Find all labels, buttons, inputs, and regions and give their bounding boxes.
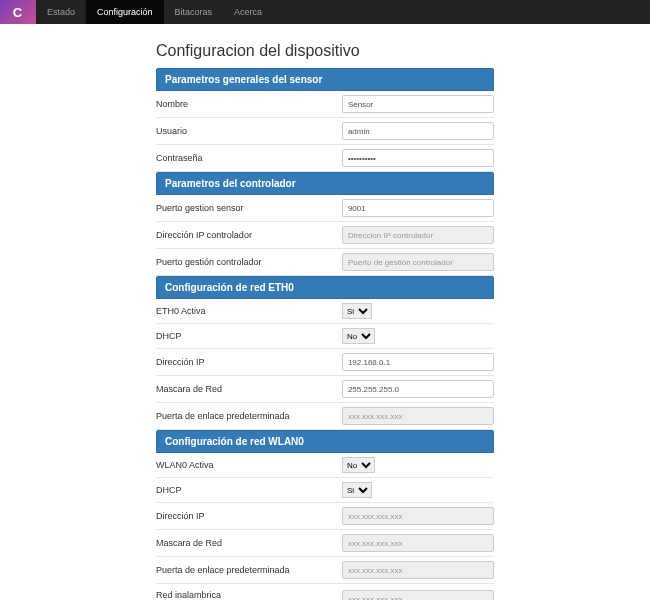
wlan0-gateway-input[interactable]: [342, 561, 494, 579]
eth0-activa-select[interactable]: Si: [342, 303, 372, 319]
section-controller-heading: Parametros del controlador: [156, 172, 494, 195]
section-general-heading: Parametros generales del sensor: [156, 68, 494, 91]
eth0-gateway-label: Puerta de enlace predeterminada: [156, 411, 342, 421]
puerto-controlador-label: Puerto gestión controlador: [156, 257, 342, 267]
eth0-mask-label: Mascara de Red: [156, 384, 342, 394]
field-nombre: Nombre: [156, 91, 494, 118]
field-wlan0-mask: Mascara de Red: [156, 530, 494, 557]
nav-item-configuracion[interactable]: Configuración: [86, 0, 164, 24]
puerto-controlador-input[interactable]: [342, 253, 494, 271]
wlan0-mask-input[interactable]: [342, 534, 494, 552]
eth0-activa-label: ETH0 Activa: [156, 306, 342, 316]
nav-item-bitacoras[interactable]: Bitacoras: [164, 0, 224, 24]
eth0-gateway-input[interactable]: [342, 407, 494, 425]
wlan0-ssid-input[interactable]: [342, 590, 494, 600]
wlan0-dhcp-select[interactable]: Si: [342, 482, 372, 498]
wlan0-gateway-label: Puerta de enlace predeterminada: [156, 565, 342, 575]
main-container: Configuracion del dispositivo Parametros…: [156, 42, 494, 600]
logo-icon: C: [0, 0, 36, 24]
field-wlan0-ip: Dirección IP: [156, 503, 494, 530]
eth0-dhcp-label: DHCP: [156, 331, 342, 341]
eth0-mask-input[interactable]: [342, 380, 494, 398]
wlan0-ip-input[interactable]: [342, 507, 494, 525]
field-usuario: Usuario: [156, 118, 494, 145]
page-title: Configuracion del dispositivo: [156, 42, 494, 60]
navbar: C Estado Configuración Bitacoras Acerca: [0, 0, 650, 24]
puerto-sensor-label: Puerto gestion sensor: [156, 203, 342, 213]
wlan0-ssid-label: Red inalambrica: [156, 590, 342, 600]
field-eth0-gateway: Puerta de enlace predeterminada: [156, 403, 494, 430]
eth0-ip-label: Dirección IP: [156, 357, 342, 367]
field-contrasena: Contraseña: [156, 145, 494, 172]
contrasena-input[interactable]: [342, 149, 494, 167]
wlan0-ip-label: Dirección IP: [156, 511, 342, 521]
field-eth0-ip: Dirección IP: [156, 349, 494, 376]
field-puerto-controlador: Puerto gestión controlador: [156, 249, 494, 276]
field-puerto-sensor: Puerto gestion sensor: [156, 195, 494, 222]
eth0-dhcp-select[interactable]: No: [342, 328, 375, 344]
usuario-label: Usuario: [156, 126, 342, 136]
field-eth0-activa: ETH0 Activa Si: [156, 299, 494, 324]
field-eth0-mask: Mascara de Red: [156, 376, 494, 403]
ip-controlador-input[interactable]: [342, 226, 494, 244]
nav-item-acerca[interactable]: Acerca: [223, 0, 273, 24]
usuario-input[interactable]: [342, 122, 494, 140]
field-eth0-dhcp: DHCP No: [156, 324, 494, 349]
field-wlan0-activa: WLAN0 Activa No: [156, 453, 494, 478]
nav-item-estado[interactable]: Estado: [36, 0, 86, 24]
contrasena-label: Contraseña: [156, 153, 342, 163]
logo-letter: C: [13, 5, 22, 20]
nav-items: Estado Configuración Bitacoras Acerca: [36, 0, 273, 24]
field-ip-controlador: Dirección IP controlador: [156, 222, 494, 249]
ip-controlador-label: Dirección IP controlador: [156, 230, 342, 240]
section-eth0-heading: Configuración de red ETH0: [156, 276, 494, 299]
wlan0-dhcp-label: DHCP: [156, 485, 342, 495]
puerto-sensor-input[interactable]: [342, 199, 494, 217]
nombre-input[interactable]: [342, 95, 494, 113]
wlan0-mask-label: Mascara de Red: [156, 538, 342, 548]
wlan0-activa-label: WLAN0 Activa: [156, 460, 342, 470]
nombre-label: Nombre: [156, 99, 342, 109]
eth0-ip-input[interactable]: [342, 353, 494, 371]
field-wlan0-gateway: Puerta de enlace predeterminada: [156, 557, 494, 584]
section-wlan0-heading: Configuración de red WLAN0: [156, 430, 494, 453]
field-wlan0-dhcp: DHCP Si: [156, 478, 494, 503]
wlan0-activa-select[interactable]: No: [342, 457, 375, 473]
field-wlan0-ssid: Red inalambrica Seleccionar: [156, 584, 494, 600]
